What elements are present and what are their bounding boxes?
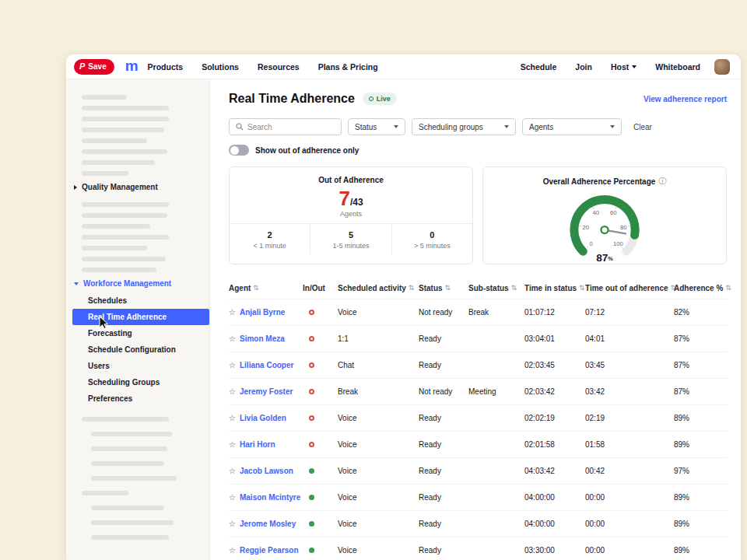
miro-logo[interactable]: m	[125, 58, 139, 73]
in-adherence-dot	[309, 495, 314, 500]
agent-link[interactable]: ☆Livia Golden	[229, 414, 303, 422]
nav-item-schedule[interactable]: Schedule	[521, 62, 557, 72]
star-icon[interactable]: ☆	[229, 334, 236, 343]
agent-link[interactable]: ☆Reggie Pearson	[229, 546, 303, 555]
skeleton-bar	[82, 138, 147, 143]
time-in-status-cell: 04:00:00	[524, 493, 585, 502]
search-input[interactable]: Search	[229, 118, 342, 135]
pinterest-icon: P	[79, 62, 85, 71]
scheduling-groups-filter[interactable]: Scheduling groups	[412, 118, 516, 135]
agent-name: Reggie Pearson	[240, 546, 299, 555]
in-out-cell	[303, 334, 338, 343]
sidebar-item-users[interactable]: Users	[72, 358, 209, 374]
info-icon[interactable]: ⓘ	[658, 176, 666, 187]
status-cell: Ready	[419, 440, 468, 449]
skeleton-bar	[82, 160, 155, 165]
status-cell: Ready	[419, 414, 468, 422]
skeleton-bar	[82, 257, 166, 261]
column-header-scheduled-activity[interactable]: Scheduled activity⇅	[338, 284, 419, 292]
time-in-status-cell: 01:07:12	[524, 308, 585, 317]
table-row: ☆Liliana CooperChatReady02:03:4503:4587%	[229, 352, 727, 378]
star-icon[interactable]: ☆	[229, 493, 236, 502]
agent-link[interactable]: ☆Anjali Byrne	[229, 308, 303, 317]
nav-item-host[interactable]: Host	[611, 62, 637, 72]
in-out-cell	[303, 414, 338, 422]
column-header-status[interactable]: Status⇅	[419, 284, 468, 292]
column-header-sub-status[interactable]: Sub-status⇅	[468, 284, 524, 292]
in-out-cell	[303, 493, 338, 502]
column-header-in-out[interactable]: In/Out	[303, 284, 338, 292]
agent-name: Jerome Mosley	[240, 520, 296, 528]
column-header-time-in-status[interactable]: Time in status⇅	[524, 284, 585, 292]
agent-link[interactable]: ☆Liliana Cooper	[229, 361, 303, 369]
sidebar-item-forecasting[interactable]: Forecasting	[72, 325, 209, 341]
out-of-adherence-dot	[309, 415, 314, 421]
agent-link[interactable]: ☆Jerome Mosley	[229, 520, 303, 528]
nav-item-products[interactable]: Products	[148, 62, 184, 72]
status-cell: Ready	[419, 493, 468, 502]
status-filter[interactable]: Status	[348, 118, 405, 135]
star-icon[interactable]: ☆	[229, 467, 236, 475]
agents-filter[interactable]: Agents	[522, 118, 622, 135]
nav-item-solutions[interactable]: Solutions	[202, 62, 239, 72]
star-icon[interactable]: ☆	[229, 520, 236, 528]
nav-item-join[interactable]: Join	[575, 62, 592, 72]
view-adherence-report-link[interactable]: View adherence report	[644, 95, 727, 103]
agent-name: Livia Golden	[240, 414, 286, 422]
skeleton-bar	[82, 491, 128, 495]
sub-status-cell: Break	[468, 308, 524, 317]
scheduled-activity-cell: Voice	[338, 440, 419, 449]
time-out-of-adherence-cell: 00:00	[585, 520, 674, 528]
sidebar-item-scheduling-groups[interactable]: Scheduling Groups	[72, 374, 209, 390]
table-row: ☆Jerome MosleyVoiceReady04:00:0000:0089%	[229, 510, 727, 537]
agent-link[interactable]: ☆Simon Meza	[229, 334, 303, 343]
sidebar: Quality Management Workforce Management …	[66, 79, 210, 560]
table-row: ☆Simon Meza1:1Ready03:04:0104:0187%	[229, 325, 727, 352]
time-in-status-cell: 02:03:45	[524, 361, 585, 369]
pinterest-save-button[interactable]: P Save	[74, 59, 114, 75]
star-icon[interactable]: ☆	[229, 308, 236, 317]
skeleton-group-top	[66, 95, 209, 176]
column-header-agent[interactable]: Agent⇅	[229, 284, 303, 292]
navbar-left: P Save m ProductsSolutionsResourcesPlans…	[74, 58, 378, 75]
time-out-of-adherence-cell: 02:19	[585, 414, 674, 422]
sidebar-section-workforce-management[interactable]: Workforce Management	[66, 272, 209, 292]
gauge-tick-label: 20	[582, 224, 589, 231]
star-icon[interactable]: ☆	[229, 361, 236, 369]
sidebar-item-schedule-configuration[interactable]: Schedule Configuration	[72, 341, 209, 358]
sidebar-item-preferences[interactable]: Preferences	[72, 390, 209, 407]
skeleton-bar	[82, 149, 167, 154]
agent-link[interactable]: ☆Jacob Lawson	[229, 467, 303, 475]
show-out-of-adherence-toggle[interactable]	[229, 145, 249, 156]
column-label: Adherence %	[674, 284, 723, 292]
star-icon[interactable]: ☆	[229, 387, 236, 396]
nav-item-plans-pricing[interactable]: Plans & Pricing	[318, 62, 378, 72]
column-header-adherence[interactable]: Adherence %⇅	[674, 284, 731, 292]
sidebar-item-real-time-adherence[interactable]: Real Time Adherence	[72, 309, 209, 325]
clear-filters-link[interactable]: Clear	[633, 123, 652, 131]
card-title: Overall Adherence Percentage	[543, 177, 656, 186]
in-adherence-dot	[309, 521, 314, 527]
column-header-time-out-of-adherence[interactable]: Time out of adherence⇅	[585, 284, 674, 292]
star-icon[interactable]: ☆	[229, 414, 236, 422]
time-out-of-adherence-cell: 00:42	[585, 467, 674, 475]
scheduled-activity-cell: 1:1	[338, 334, 419, 343]
title-row: Real Time Adherence Live View adherence …	[229, 92, 727, 106]
page-title: Real Time Adherence	[229, 92, 355, 106]
time-in-status-cell: 02:01:58	[524, 440, 585, 449]
nav-item-whiteboard[interactable]: Whiteboard	[655, 62, 700, 72]
bucket-1-5-minutes: 5 1-5 minutes	[310, 224, 391, 254]
agent-link[interactable]: ☆Hari Horn	[229, 440, 303, 449]
nav-item-resources[interactable]: Resources	[258, 62, 300, 72]
search-icon	[236, 123, 244, 131]
skeleton-bar	[91, 446, 167, 451]
agent-link[interactable]: ☆Jeremy Foster	[229, 387, 303, 396]
agent-link[interactable]: ☆Maison Mcintyre	[229, 493, 303, 502]
star-icon[interactable]: ☆	[229, 546, 236, 555]
avatar[interactable]	[714, 59, 730, 75]
star-icon[interactable]: ☆	[229, 440, 236, 449]
gauge-tick-label: 60	[610, 209, 617, 216]
sidebar-item-schedules[interactable]: Schedules	[72, 292, 209, 309]
adherence-cell: 87%	[674, 334, 727, 343]
sidebar-section-quality-management[interactable]: Quality Management	[66, 176, 209, 196]
